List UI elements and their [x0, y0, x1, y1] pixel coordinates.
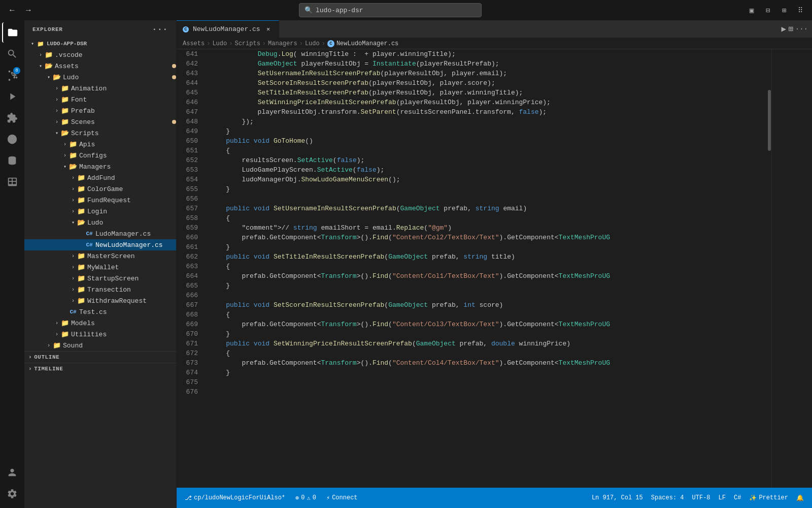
tree-item-ludo-sub[interactable]: ▾ 📂 Ludo: [24, 217, 176, 228]
tree-item-transection[interactable]: › 📁 Transection: [24, 284, 176, 295]
tree-item-apis[interactable]: › 📁 Apis: [24, 139, 176, 150]
tree-item-ludo-folder[interactable]: ▾ 📂 Ludo: [24, 72, 176, 83]
activity-item-source-control[interactable]: 8: [2, 65, 22, 85]
status-encoding[interactable]: UTF-8: [690, 494, 713, 501]
tree-item-addfund[interactable]: › 📁 AddFund: [24, 172, 176, 183]
tree-item-models[interactable]: › 📁 Models: [24, 318, 176, 329]
titlebar-left: ← →: [5, 3, 36, 17]
folder-icon: 📁: [61, 330, 69, 338]
titlebar-right: ▣ ⊟ ⊞ ⠿: [745, 4, 807, 17]
code-line-content: resultsScreen.SetActive(false);: [210, 155, 364, 165]
tab-close-button[interactable]: ✕: [264, 25, 273, 34]
more-actions-button[interactable]: ···: [795, 25, 808, 33]
activity-item-extensions[interactable]: [2, 108, 22, 128]
code-line: prefab.GetComponent<Transform>().Find("C…: [210, 358, 759, 368]
folder-icon: 📁: [61, 107, 69, 115]
layout-icon-3[interactable]: ⊞: [777, 4, 791, 17]
connect-label: Connect: [332, 494, 357, 501]
tree-item-ludomanager[interactable]: › C# LudoManager.cs: [24, 228, 176, 239]
vertical-scrollbar[interactable]: [767, 49, 771, 488]
timeline-header[interactable]: › TIMELINE: [24, 363, 176, 374]
tree-item-newludomanager[interactable]: › C# NewLudoManager.cs: [24, 239, 176, 250]
layout-icon-2[interactable]: ⊟: [761, 4, 774, 17]
chevron-down-icon: ▾: [53, 129, 61, 137]
tree-item-animation[interactable]: › 📁 Animation: [24, 83, 176, 94]
status-eol[interactable]: LF: [717, 494, 728, 501]
tree-item-scenes[interactable]: › 📁 Scenes: [24, 116, 176, 128]
tree-root[interactable]: ▾ 📁 LUDO-APP-DSR: [24, 38, 176, 49]
tree-item-login[interactable]: › 📁 Login: [24, 206, 176, 217]
tree-item-mywallet[interactable]: › 📁 MyWallet: [24, 262, 176, 273]
code-line-content: public void SetUsernameInResultScreenPre…: [210, 204, 527, 213]
activity-item-files[interactable]: [2, 22, 22, 43]
tree-item-vscode-label: .vscode: [55, 51, 176, 59]
chevron-right-icon: ›: [69, 207, 77, 215]
tree-item-testcs[interactable]: › C# Test.cs: [24, 306, 176, 318]
tree-item-assets[interactable]: ▾ 📂 Assets: [24, 60, 176, 72]
tree-item-fundrequest[interactable]: › 📁 FundRequest: [24, 195, 176, 206]
status-position[interactable]: Ln 917, Col 15: [590, 494, 645, 501]
breadcrumb-ludo2[interactable]: Ludo: [305, 40, 320, 47]
modified-dot: [172, 120, 176, 124]
activity-item-settings[interactable]: [2, 484, 22, 504]
tab-newludomanager[interactable]: C NewLudoManager.cs ✕: [177, 20, 279, 38]
tree-item-masterscreen[interactable]: › 📁 MasterScreen: [24, 250, 176, 262]
tree-item-managers[interactable]: ▾ 📂 Managers: [24, 161, 176, 172]
code-line-content: SetUsernameInResultScreenPrefab(playerRe…: [210, 69, 507, 78]
chevron-right-icon: ›: [69, 252, 77, 260]
code-line-content: prefab.GetComponent<Transform>().Find("C…: [210, 271, 610, 281]
nav-back-button[interactable]: ←: [5, 3, 19, 17]
chevron-right-icon: ›: [69, 274, 77, 282]
split-editor-button[interactable]: ⊞: [788, 24, 793, 34]
activity-item-table[interactable]: [2, 172, 22, 192]
tree-item-utilities[interactable]: › 📁 Utilities: [24, 329, 176, 340]
breadcrumb-scripts[interactable]: Scripts: [234, 40, 260, 47]
folder-icon: 📁: [61, 118, 69, 126]
status-prettier[interactable]: ✨ Prettier: [747, 494, 790, 502]
activity-item-account[interactable]: [2, 462, 22, 483]
search-bar[interactable]: 🔍 ludo-app-dsr: [299, 3, 482, 17]
source-control-badge: 8: [13, 67, 20, 74]
code-line: [210, 387, 759, 397]
breadcrumb-managers[interactable]: Managers: [268, 40, 297, 47]
status-notifications[interactable]: 🔔: [794, 494, 806, 502]
activity-item-database[interactable]: [2, 150, 22, 171]
tree-item-sound[interactable]: › 📁 Sound: [24, 340, 176, 351]
run-button[interactable]: ▶: [782, 24, 787, 34]
prettier-label: Prettier: [759, 494, 788, 501]
status-connect[interactable]: ⚡ Connect: [324, 494, 360, 502]
tree-item-scripts[interactable]: ▾ 📂 Scripts: [24, 128, 176, 139]
timeline-section: › TIMELINE: [24, 363, 176, 374]
breadcrumb: Assets › Ludo › Scripts › Managers › Lud…: [177, 38, 812, 49]
outline-header[interactable]: › OUTLINE: [24, 352, 176, 363]
tree-item-vscode[interactable]: › 📁 .vscode: [24, 49, 176, 60]
tree-item-colorgame[interactable]: › 📁 ColorGame: [24, 183, 176, 195]
sidebar-more-icon[interactable]: ···: [152, 25, 168, 34]
activity-item-remote[interactable]: [2, 129, 22, 149]
status-lang[interactable]: C#: [732, 494, 743, 501]
code-line: public void GoToHome(): [210, 136, 759, 146]
tree-item-font[interactable]: › 📁 Font: [24, 94, 176, 105]
tree-item-configs[interactable]: › 📁 Configs: [24, 150, 176, 161]
code-content[interactable]: Debug.Log( winningTitle : + player.winni…: [202, 49, 767, 488]
layout-icon-4[interactable]: ⠿: [794, 4, 807, 17]
breadcrumb-file[interactable]: NewLudoManager.cs: [336, 40, 398, 47]
code-line: }: [210, 184, 759, 194]
scrollbar-thumb[interactable]: [768, 90, 771, 151]
bell-icon: 🔔: [796, 494, 804, 502]
breadcrumb-assets[interactable]: Assets: [183, 40, 205, 47]
tree-item-withdrawrequest[interactable]: › 📁 WithdrawRequest: [24, 295, 176, 306]
status-branch[interactable]: ⎇ cp/ludoNewLogicForUiAlso*: [183, 494, 287, 502]
nav-forward-button[interactable]: →: [21, 3, 36, 17]
line-number: 654: [181, 175, 198, 184]
layout-icon-1[interactable]: ▣: [745, 4, 758, 17]
tree-item-prefab[interactable]: › 📁 Prefab: [24, 105, 176, 116]
tree-item-startupscreen[interactable]: › 📁 StartupScreen: [24, 273, 176, 284]
status-errors[interactable]: ⊗ 0 ⚠ 0: [293, 494, 318, 502]
breadcrumb-ludo[interactable]: Ludo: [212, 40, 227, 47]
status-spaces[interactable]: Spaces: 4: [649, 494, 686, 501]
activity-item-run[interactable]: [2, 86, 22, 107]
search-text: ludo-app-dsr: [316, 7, 363, 14]
activity-item-search[interactable]: [2, 44, 22, 64]
line-number: 650: [181, 136, 198, 146]
